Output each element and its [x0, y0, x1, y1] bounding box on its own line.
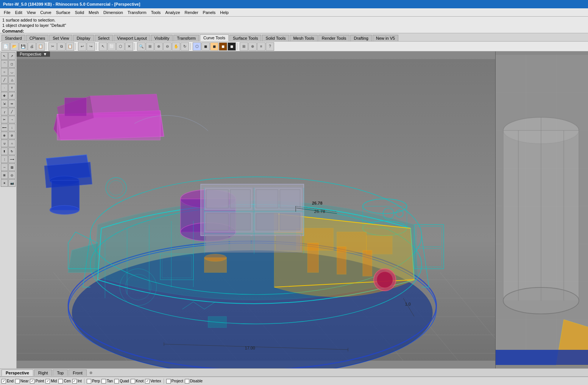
tab-render-tools[interactable]: Render Tools	[318, 35, 350, 41]
osnap-disable-check[interactable]	[185, 379, 189, 383]
tool-line[interactable]: ╱	[1, 76, 8, 84]
tool-help[interactable]: ?	[266, 42, 274, 51]
osnap-quad[interactable]: Quad	[114, 379, 129, 383]
osnap-vertex[interactable]: ✓ Vertex	[145, 379, 161, 383]
tool-fillet[interactable]: ╭	[1, 108, 8, 115]
tool-rotate-t[interactable]: ↺	[8, 92, 16, 99]
tool-extend[interactable]: →	[8, 116, 16, 123]
osnap-cen-check[interactable]	[58, 379, 63, 383]
tool-hatch[interactable]: ▨	[8, 163, 16, 171]
menu-render[interactable]: Render	[182, 9, 201, 16]
menu-edit[interactable]: Edit	[13, 9, 25, 16]
tool-project[interactable]: ↓	[8, 124, 16, 131]
tool-undo[interactable]: ↩	[78, 42, 86, 51]
tool-rotate[interactable]: ↻	[181, 42, 189, 51]
tool-cut[interactable]: ✂	[48, 42, 57, 51]
viewport-canvas[interactable]: 26.78 17.00	[17, 51, 495, 368]
tool-redo[interactable]: ↪	[87, 42, 95, 51]
osnap-perp[interactable]: Perp	[87, 379, 100, 383]
menu-solid[interactable]: Solid	[73, 9, 86, 16]
tool-sweep[interactable]: ⟿	[8, 155, 16, 163]
osnap-cen[interactable]: Cen	[58, 379, 70, 383]
menu-view[interactable]: View	[25, 9, 38, 16]
menu-surface[interactable]: Surface	[54, 9, 73, 16]
tab-curve-tools[interactable]: Curve Tools	[200, 34, 229, 41]
tool-zoom-out[interactable]: ⊖	[163, 42, 172, 51]
tool-light[interactable]: ☀	[1, 179, 8, 187]
tool-shade[interactable]: ◼	[201, 42, 210, 51]
tool-properties[interactable]: 📋	[36, 42, 45, 51]
osnap-knot[interactable]: Knot	[131, 379, 144, 383]
tool-point[interactable]: ·	[1, 84, 8, 92]
tab-mesh-tools[interactable]: Mesh Tools	[290, 35, 317, 41]
vp-tab-add[interactable]: ⊕	[87, 369, 94, 376]
tool-print[interactable]: 🖨	[28, 42, 36, 51]
tool-open[interactable]: 📂	[10, 42, 19, 51]
tool-scale[interactable]: ⇲	[1, 100, 8, 107]
menu-tools[interactable]: Tools	[149, 9, 163, 16]
menu-transform[interactable]: Transform	[125, 9, 149, 16]
osnap-point-check[interactable]: ✓	[30, 379, 34, 383]
menu-dimension[interactable]: Dimension	[101, 9, 125, 16]
menu-mesh[interactable]: Mesh	[86, 9, 101, 16]
vp-tab-right[interactable]: Right	[34, 369, 52, 376]
osnap-disable[interactable]: Disable	[185, 379, 203, 383]
osnap-end-check[interactable]: ✓	[2, 379, 6, 383]
tab-display[interactable]: Display	[73, 35, 94, 41]
vp-tab-front[interactable]: Front	[69, 369, 87, 376]
osnap-knot-check[interactable]	[131, 379, 135, 383]
tool-chamfer[interactable]: ╱	[8, 108, 16, 115]
osnap-near[interactable]: Near	[15, 379, 29, 383]
tool-extrude[interactable]: ⬆	[1, 147, 8, 155]
tool-dim[interactable]: ↔	[1, 163, 8, 171]
menu-analyze[interactable]: Analyze	[163, 9, 182, 16]
tool-join[interactable]: ⊕	[1, 132, 8, 139]
osnap-project[interactable]: Project	[166, 379, 183, 383]
osnap-mid-check[interactable]: ✓	[45, 379, 50, 383]
tool-lasso[interactable]: ⬡	[116, 42, 125, 51]
tool-grid-left[interactable]: ⊞	[1, 171, 8, 179]
tool-surface-left[interactable]: ◻	[8, 60, 16, 68]
tool-select-left[interactable]: ↖	[1, 52, 8, 60]
tab-setview[interactable]: Set View	[49, 35, 72, 41]
osnap-int[interactable]: ✓ Int	[72, 379, 82, 383]
tool-camera[interactable]: 📷	[8, 179, 16, 187]
tool-pan[interactable]: ✋	[172, 42, 180, 51]
tool-select[interactable]: ↖	[99, 42, 107, 51]
tool-mirror[interactable]: ⇔	[8, 100, 16, 107]
tab-standard[interactable]: Standard	[2, 35, 25, 41]
tool-window-select[interactable]: ⬜	[108, 42, 116, 51]
osnap-near-check[interactable]	[15, 379, 20, 383]
tool-shade-4[interactable]: ◼	[228, 42, 236, 51]
tool-copy[interactable]: ⧉	[57, 42, 66, 51]
tool-shade-3[interactable]: ◼	[219, 42, 227, 51]
tab-surface-tools[interactable]: Surface Tools	[229, 35, 261, 41]
tab-solid-tools[interactable]: Solid Tools	[262, 35, 289, 41]
tab-visibility[interactable]: Visibility	[151, 35, 173, 41]
tab-drafting[interactable]: Drafting	[350, 35, 372, 41]
tool-loft[interactable]: ⋮	[1, 155, 8, 163]
menu-file[interactable]: File	[2, 9, 13, 16]
tool-select-right[interactable]: ↗	[8, 52, 16, 60]
menu-help[interactable]: Help	[218, 9, 231, 16]
tool-circle[interactable]: ○	[1, 68, 8, 76]
osnap-quad-check[interactable]	[114, 379, 119, 383]
tool-new[interactable]: 📄	[2, 42, 10, 51]
tool-boolean-a[interactable]: ∪	[1, 140, 8, 147]
tool-snap-left[interactable]: ◎	[8, 171, 16, 179]
osnap-tan[interactable]: Tan	[101, 379, 113, 383]
tool-poly[interactable]: △	[8, 76, 16, 84]
tool-shade-wire[interactable]: ⬡	[193, 42, 201, 51]
tool-snap[interactable]: ⊕	[248, 42, 257, 51]
tool-boolean-b[interactable]: ∩	[8, 140, 16, 147]
tool-arc[interactable]: ◡	[8, 68, 16, 76]
tool-move[interactable]: ✥	[1, 92, 8, 99]
tool-save[interactable]: 💾	[19, 42, 27, 51]
osnap-vertex-check[interactable]: ✓	[145, 379, 150, 383]
viewport-area[interactable]: Perspective ▼	[17, 51, 495, 368]
tool-zoom-extent[interactable]: ⊞	[146, 42, 154, 51]
tab-new-v5[interactable]: New in V5	[373, 35, 398, 41]
tool-deselect[interactable]: ✕	[125, 42, 133, 51]
osnap-point[interactable]: ✓ Point	[30, 379, 44, 383]
osnap-project-check[interactable]	[166, 379, 171, 383]
